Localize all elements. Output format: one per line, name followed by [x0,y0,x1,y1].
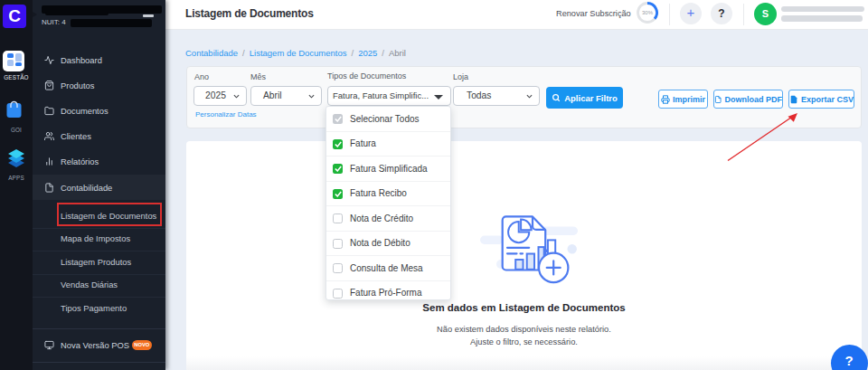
svg-text:30%: 30% [642,10,654,15]
